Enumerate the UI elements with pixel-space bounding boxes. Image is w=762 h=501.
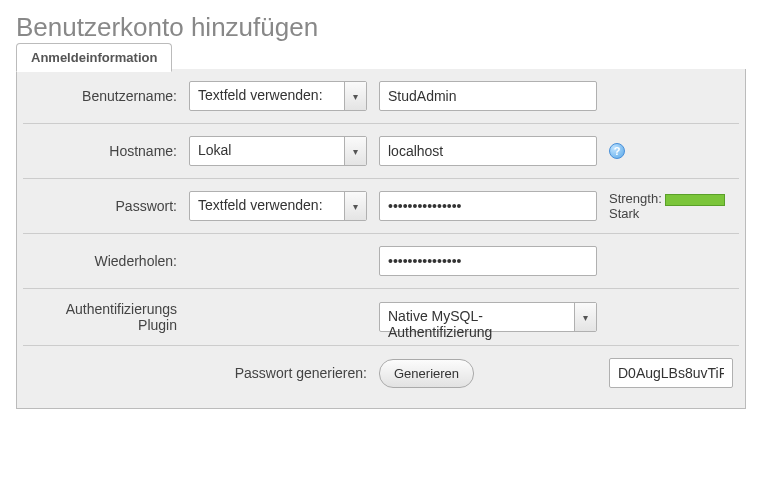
repeat-password-input[interactable] xyxy=(379,246,597,276)
fieldset-legend: Anmeldeinformation xyxy=(16,43,172,72)
hostname-label: Hostname: xyxy=(23,124,183,179)
row-repeat: Wiederholen: xyxy=(23,234,739,289)
row-username: Benutzername: Textfeld verwenden: ▾ xyxy=(23,69,739,124)
chevron-down-icon: ▾ xyxy=(344,82,366,110)
generate-label: Passwort generieren: xyxy=(23,346,373,401)
page-title: Benutzerkonto hinzufügen xyxy=(16,12,746,43)
auth-plugin-select-text: Native MySQL-Authentifizierung xyxy=(380,303,574,331)
login-info-fieldset: Anmeldeinformation Benutzername: Textfel… xyxy=(16,69,746,409)
hostname-mode-select[interactable]: Lokal ▾ xyxy=(189,136,367,166)
password-strength: Strength: Stark xyxy=(603,179,739,234)
username-input[interactable] xyxy=(379,81,597,111)
username-mode-select[interactable]: Textfeld verwenden: ▾ xyxy=(189,81,367,111)
row-password: Passwort: Textfeld verwenden: ▾ Strength… xyxy=(23,179,739,234)
strength-bar-icon xyxy=(665,194,725,206)
chevron-down-icon: ▾ xyxy=(344,192,366,220)
username-label: Benutzername: xyxy=(23,69,183,124)
auth-plugin-label: Authentifizierungs Plugin xyxy=(23,289,183,346)
hostname-mode-select-text: Lokal xyxy=(190,137,344,165)
help-icon[interactable]: ? xyxy=(609,143,625,159)
password-mode-select-text: Textfeld verwenden: xyxy=(190,192,344,220)
row-auth-plugin: Authentifizierungs Plugin Native MySQL-A… xyxy=(23,289,739,346)
strength-text: Stark xyxy=(609,206,639,221)
username-mode-select-text: Textfeld verwenden: xyxy=(190,82,344,110)
chevron-down-icon: ▾ xyxy=(574,303,596,331)
password-label: Passwort: xyxy=(23,179,183,234)
chevron-down-icon: ▾ xyxy=(344,137,366,165)
generated-password-output[interactable] xyxy=(609,358,733,388)
hostname-input[interactable] xyxy=(379,136,597,166)
row-hostname: Hostname: Lokal ▾ ? xyxy=(23,124,739,179)
auth-plugin-select[interactable]: Native MySQL-Authentifizierung ▾ xyxy=(379,302,597,332)
repeat-label: Wiederholen: xyxy=(23,234,183,289)
generate-button[interactable]: Generieren xyxy=(379,359,474,388)
strength-label: Strength: xyxy=(609,191,662,206)
row-generate: Passwort generieren: Generieren xyxy=(23,346,739,401)
password-input[interactable] xyxy=(379,191,597,221)
password-mode-select[interactable]: Textfeld verwenden: ▾ xyxy=(189,191,367,221)
